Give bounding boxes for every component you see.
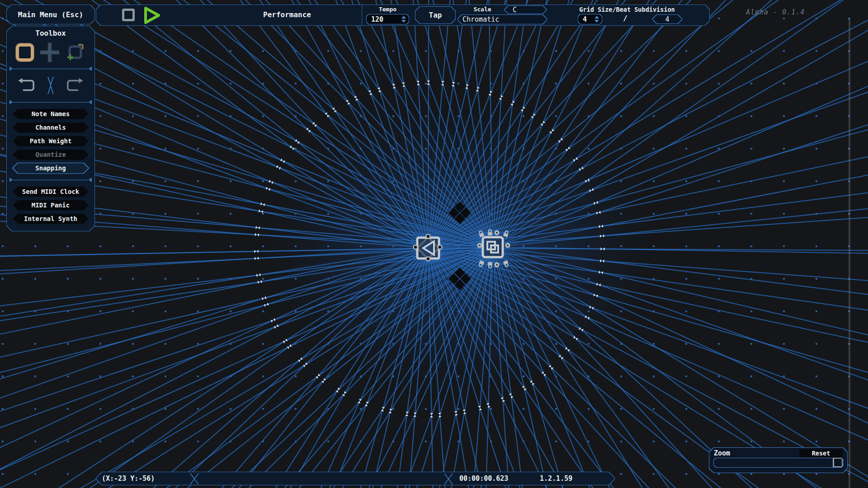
toggle-note-names[interactable]: Note Names [13, 109, 88, 119]
select-tool-icon[interactable] [16, 43, 34, 61]
toggle-channels[interactable]: Channels [13, 122, 88, 133]
scale-label: Scale [469, 6, 496, 13]
main-menu-button[interactable]: Main Menu (Esc) [6, 5, 95, 24]
redo-icon[interactable] [65, 77, 84, 94]
version-watermark: Alpha - 0.1.4 [746, 8, 805, 16]
undo-icon[interactable] [17, 77, 36, 94]
zoom-label: Zoom [714, 449, 730, 457]
tempo-spinner[interactable] [401, 16, 406, 23]
main-menu-label: Main Menu (Esc) [18, 10, 84, 19]
add-node-tool-icon[interactable] [39, 42, 60, 63]
zoom-slider[interactable] [713, 458, 844, 468]
internal-synth-button[interactable]: Internal Synth [13, 214, 88, 224]
transform-tool-icon[interactable] [66, 42, 85, 62]
tempo-input[interactable]: 120 [366, 14, 409, 24]
grid-size-spinner[interactable] [594, 16, 599, 23]
scale-root-dropdown[interactable]: C [504, 5, 547, 14]
bar-divider [362, 5, 362, 25]
toolbox-divider [9, 178, 92, 182]
toggle-snapping[interactable]: Snapping [12, 163, 89, 174]
mirror-divider-icon [47, 75, 55, 96]
toggle-quantize[interactable]: Quantize [13, 150, 88, 160]
send-midi-clock-button[interactable]: Send MIDI Clock [13, 187, 88, 197]
tempo-label: Tempo [366, 6, 409, 13]
grid-size-input[interactable]: 4 [578, 14, 602, 24]
zoom-slider-handle[interactable] [833, 457, 843, 467]
toolbox-title: Toolbox [7, 29, 94, 38]
playback-node[interactable] [414, 235, 442, 261]
toolbox-divider [9, 66, 92, 71]
transport-bar: Performance Tempo 120 Tap Scale C Chroma… [96, 5, 710, 26]
playback-time: 00:00:00.623 [459, 472, 508, 485]
tempo-value: 120 [371, 15, 383, 23]
status-divider [443, 473, 453, 485]
toggle-path-weight[interactable]: Path Weight [13, 136, 88, 146]
subdivision-dropdown[interactable]: 4 [652, 14, 682, 24]
tap-tempo-button[interactable]: Tap [415, 6, 456, 24]
tool-row [7, 41, 94, 64]
play-button[interactable] [142, 5, 161, 25]
toolbox-panel: Toolbox [6, 26, 95, 231]
zoom-reset-button[interactable]: Reset [799, 449, 843, 457]
status-divider [189, 473, 199, 485]
playback-beat: 1.2.1.59 [540, 472, 572, 485]
cursor-coordinates: (X:-23 Y:-56) [102, 472, 155, 485]
history-row [7, 74, 94, 97]
midi-panic-button[interactable]: MIDI Panic [13, 200, 88, 211]
scale-mode-dropdown[interactable]: Chromatic [458, 14, 547, 24]
status-bar: (X:-23 Y:-56) 00:00:00.623 1.2.1.59 [96, 472, 615, 485]
canvas-scrollbar[interactable] [849, 18, 850, 488]
toolbox-divider [9, 100, 92, 104]
zoom-panel: Zoom Reset [709, 447, 848, 473]
performance-title: Performance [231, 10, 344, 19]
node-graph-canvas[interactable] [0, 0, 868, 488]
stop-button[interactable] [122, 9, 135, 21]
grid-size-label: Grid Size/Beat Subdivision [573, 6, 681, 13]
grid-separator: / [621, 14, 630, 23]
sequencer-node[interactable] [483, 237, 503, 257]
grid-size-value: 4 [583, 15, 587, 23]
